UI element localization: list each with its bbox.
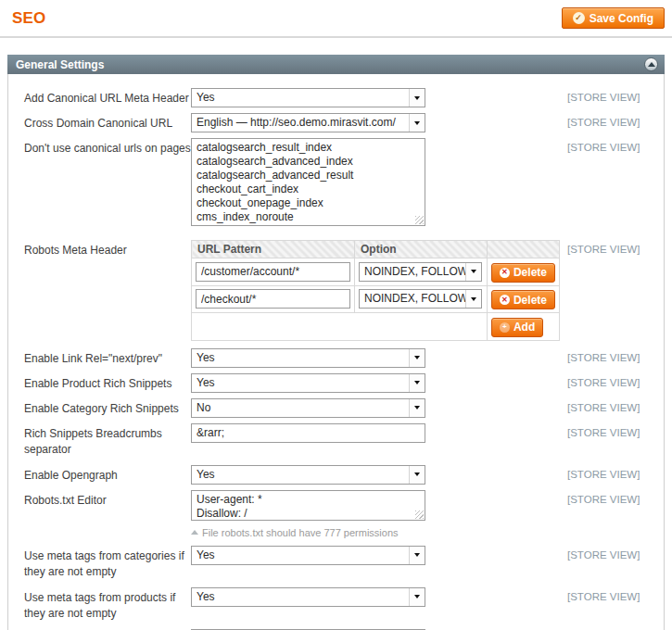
column-header-url-pattern: URL Pattern — [192, 241, 355, 258]
settings-form: Add Canonical URL Meta Header Yes [STORE… — [7, 74, 665, 630]
add-label: Add — [514, 321, 535, 334]
robots-txt-textarea[interactable]: User-agent: * Disallow: / — [191, 490, 425, 521]
select-value: Yes — [192, 547, 409, 564]
dropdown-arrow-icon — [409, 399, 425, 417]
field-label: Add Canonical URL Meta Header — [24, 88, 191, 107]
breadcrumbs-separator-input[interactable] — [191, 423, 425, 443]
page-title: SEO — [12, 9, 46, 28]
scope-label: [STORE VIEW] — [567, 587, 640, 607]
note-text: File robots.txt should have 777 permissi… — [202, 527, 399, 538]
scope-label: [STORE VIEW] — [567, 490, 640, 510]
row-meta-products: Use meta tags from products if they are … — [24, 587, 656, 622]
collapse-section-button[interactable] — [644, 57, 658, 71]
field-label: Rich Snippets Breadcrumbs separator — [24, 423, 191, 458]
url-pattern-input[interactable] — [196, 289, 350, 309]
dropdown-arrow-icon — [409, 114, 425, 132]
delete-icon: ✕ — [500, 268, 510, 278]
save-config-label: Save Config — [590, 12, 653, 25]
field-label: Robots.txt Editor — [24, 490, 191, 509]
chevron-up-icon — [648, 62, 655, 67]
product-rich-snippets-select[interactable]: Yes — [191, 373, 425, 393]
field-label: Use meta tags from categories if they ar… — [24, 546, 191, 580]
delete-icon: ✕ — [500, 295, 510, 305]
row-product-rich-snippets: Enable Product Rich Snippets Yes [STORE … — [24, 373, 656, 393]
field-label: Don't use canonical urls on pages — [24, 138, 191, 157]
warning-icon — [191, 530, 198, 535]
delete-button[interactable]: ✕ Delete — [491, 290, 555, 309]
row-meta-categories: Use meta tags from categories if they ar… — [24, 546, 656, 580]
section-title: General Settings — [16, 58, 104, 71]
row-category-rich-snippets: Enable Category Rich Snippets No [STORE … — [24, 398, 656, 418]
field-label: Enable Category Rich Snippets — [24, 398, 191, 417]
dropdown-arrow-icon — [465, 263, 481, 281]
row-opengraph: Enable Opengraph Yes [STORE VIEW] — [24, 465, 656, 485]
select-value: Yes — [192, 374, 409, 392]
scope-label: [STORE VIEW] — [567, 348, 640, 368]
robots-option-select[interactable]: NOINDEX, FOLLOW — [359, 289, 482, 309]
robots-meta-table: URL Pattern Option NOINDEX, FOLLOW — [191, 240, 560, 341]
table-row: NOINDEX, FOLLOW ✕ Delete — [192, 285, 560, 313]
delete-label: Delete — [514, 294, 547, 307]
add-button[interactable]: + Add — [491, 318, 543, 337]
cross-domain-select[interactable]: English — http://seo.demo.mirasvit.com/ — [191, 113, 425, 132]
dropdown-arrow-icon — [409, 466, 425, 484]
url-pattern-input[interactable] — [196, 262, 350, 282]
scope-label: [STORE VIEW] — [567, 240, 640, 259]
opengraph-select[interactable]: Yes — [191, 465, 425, 485]
section-header-general-settings[interactable]: General Settings — [7, 55, 665, 74]
link-rel-select[interactable]: Yes — [191, 348, 425, 368]
scope-label: [STORE VIEW] — [567, 546, 640, 565]
field-label: Enable Product Rich Snippets — [24, 373, 191, 392]
scope-label: [STORE VIEW] — [567, 88, 640, 107]
no-canonical-pages-textarea[interactable]: catalogsearch_result_index catalogsearch… — [191, 138, 425, 226]
general-settings-panel: General Settings Add Canonical URL Meta … — [7, 55, 665, 630]
field-label: Enable Link Rel="next/prev" — [24, 348, 191, 367]
scope-label: [STORE VIEW] — [567, 113, 640, 132]
select-value: Yes — [192, 349, 409, 367]
scope-label: [STORE VIEW] — [567, 138, 640, 158]
dropdown-arrow-icon — [409, 547, 425, 564]
delete-label: Delete — [514, 266, 547, 279]
dropdown-arrow-icon — [409, 588, 425, 606]
row-breadcrumbs-separator: Rich Snippets Breadcrumbs separator [STO… — [24, 423, 656, 458]
scope-label: [STORE VIEW] — [567, 398, 640, 418]
scope-label: [STORE VIEW] — [567, 423, 640, 443]
row-robots-txt: Robots.txt Editor User-agent: * Disallow… — [24, 490, 656, 538]
row-robots-meta: Robots Meta Header URL Pattern Option — [24, 240, 656, 341]
column-header-action — [487, 241, 559, 258]
dropdown-arrow-icon — [465, 290, 481, 308]
meta-categories-select[interactable]: Yes — [191, 546, 425, 565]
field-label: Robots Meta Header — [24, 240, 191, 258]
category-rich-snippets-select[interactable]: No — [191, 398, 425, 418]
scope-label: [STORE VIEW] — [567, 465, 640, 485]
scope-label: [STORE VIEW] — [567, 373, 640, 393]
save-config-button[interactable]: ✓ Save Config — [562, 7, 665, 29]
field-label: Cross Domain Canonical URL — [24, 113, 191, 132]
table-add-row: + Add — [192, 313, 560, 341]
row-canonical-meta: Add Canonical URL Meta Header Yes [STORE… — [24, 88, 656, 107]
checkmark-icon: ✓ — [573, 12, 585, 24]
robots-txt-note: File robots.txt should have 777 permissi… — [191, 527, 562, 538]
select-value: English — http://seo.demo.mirasvit.com/ — [192, 114, 409, 132]
row-cross-domain: Cross Domain Canonical URL English — htt… — [24, 113, 656, 132]
field-label: Enable Opengraph — [24, 465, 191, 484]
table-row: NOINDEX, FOLLOW ✕ Delete — [192, 258, 560, 286]
delete-button[interactable]: ✕ Delete — [491, 263, 555, 283]
row-link-rel: Enable Link Rel="next/prev" Yes [STORE V… — [24, 348, 656, 368]
select-value: Yes — [192, 89, 409, 107]
field-label: Use meta tags from products if they are … — [24, 587, 191, 622]
plus-icon: + — [500, 322, 510, 333]
header-divider — [0, 36, 672, 38]
select-value: Yes — [192, 588, 409, 606]
canonical-meta-select[interactable]: Yes — [191, 88, 425, 107]
dropdown-arrow-icon — [409, 374, 425, 392]
meta-products-select[interactable]: Yes — [191, 587, 425, 607]
column-header-option: Option — [355, 241, 488, 258]
dropdown-arrow-icon — [409, 349, 425, 367]
select-value: Yes — [192, 466, 409, 484]
content-header: SEO ✓ Save Config — [0, 0, 672, 29]
table-header-row: URL Pattern Option — [192, 241, 560, 258]
robots-option-select[interactable]: NOINDEX, FOLLOW — [359, 262, 482, 282]
select-value: NOINDEX, FOLLOW — [360, 263, 465, 281]
row-no-canonical-pages: Don't use canonical urls on pages catalo… — [24, 138, 656, 230]
